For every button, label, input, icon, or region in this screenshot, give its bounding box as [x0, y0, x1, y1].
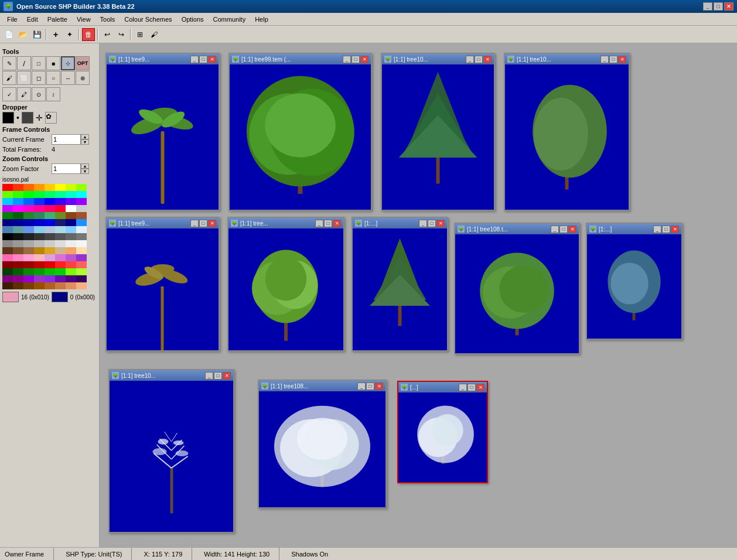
palette-cell-74[interactable]: [23, 247, 34, 254]
palette-cell-68[interactable]: [45, 240, 55, 247]
mdi-titlebar-w11[interactable]: 🌳[1:1] tree108..._□✕: [259, 381, 385, 391]
palette-cell-66[interactable]: [23, 240, 34, 247]
canvas-area[interactable]: 🌳[1:1] tree9..._□✕ 🌳[1:1] tree99.tem (..…: [100, 43, 737, 547]
select-tool[interactable]: ⊹: [61, 56, 75, 70]
dropper-dark-swatch[interactable]: [22, 112, 33, 124]
mdi-btn-min-w6[interactable]: _: [315, 220, 323, 227]
palette-cell-19[interactable]: [34, 198, 45, 205]
palette-cell-116[interactable]: [45, 282, 55, 289]
palette-cell-31[interactable]: [76, 205, 87, 212]
save-button[interactable]: 💾: [30, 28, 43, 41]
new-button[interactable]: 📄: [2, 28, 15, 41]
palette-cell-54[interactable]: [66, 226, 76, 233]
palette-cell-87[interactable]: [76, 254, 87, 261]
mdi-btn-max-w6[interactable]: □: [324, 220, 332, 227]
palette-cell-51[interactable]: [34, 226, 45, 233]
palette-cell-103[interactable]: [76, 268, 87, 275]
mdi-btn-min-w7[interactable]: _: [419, 220, 427, 227]
circle-tool[interactable]: ○: [46, 71, 60, 85]
palette-cell-55[interactable]: [76, 226, 87, 233]
palette-cell-22[interactable]: [66, 198, 76, 205]
mdi-btn-max-w10[interactable]: □: [214, 372, 222, 380]
mdi-btn-min-w9[interactable]: _: [653, 226, 661, 233]
palette-cell-73[interactable]: [13, 247, 23, 254]
paint-button[interactable]: 🖌: [148, 28, 161, 41]
undo-button[interactable]: ↩: [101, 28, 114, 41]
palette-cell-27[interactable]: [34, 205, 45, 212]
palette-cell-12[interactable]: [45, 191, 55, 198]
palette-cell-34[interactable]: [23, 212, 34, 219]
fill-tool[interactable]: ⬜: [17, 71, 31, 85]
mdi-titlebar-w4[interactable]: 🌳[1:1] tree10..._□✕: [505, 54, 629, 64]
palette-cell-86[interactable]: [66, 254, 76, 261]
palette-cell-15[interactable]: [76, 191, 87, 198]
palette-cell-113[interactable]: [13, 282, 23, 289]
palette-cell-77[interactable]: [55, 247, 66, 254]
palette-cell-81[interactable]: [13, 254, 23, 261]
mdi-titlebar-w3[interactable]: 🌳[1:1] tree10..._□✕: [382, 54, 494, 64]
tool-row2-3[interactable]: ⊙: [32, 87, 46, 101]
mdi-window-w1[interactable]: 🌳[1:1] tree9..._□✕: [105, 53, 220, 211]
palette-cell-96[interactable]: [2, 268, 13, 275]
palette-cell-84[interactable]: [45, 254, 55, 261]
mdi-titlebar-w12[interactable]: 🌳[...]_□✕: [398, 382, 487, 392]
palette-cell-60[interactable]: [45, 233, 55, 240]
mdi-titlebar-w6[interactable]: 🌳[1:1] tree..._□✕: [228, 218, 343, 228]
palette-cell-58[interactable]: [23, 233, 34, 240]
palette-cell-92[interactable]: [45, 261, 55, 268]
mdi-btn-close-w12[interactable]: ✕: [476, 384, 484, 391]
dropper-black-swatch[interactable]: [2, 112, 14, 124]
palette-cell-75[interactable]: [34, 247, 45, 254]
palette-cell-78[interactable]: [66, 247, 76, 254]
palette-cell-47[interactable]: [76, 219, 87, 226]
palette-cell-35[interactable]: [34, 212, 45, 219]
palette-cell-112[interactable]: [2, 282, 13, 289]
palette-cell-16[interactable]: [2, 198, 13, 205]
mdi-window-w10[interactable]: 🌳[1:1] tree10..._□✕: [108, 369, 234, 533]
mdi-btn-close-w3[interactable]: ✕: [483, 56, 492, 63]
minimize-button[interactable]: _: [703, 2, 712, 11]
palette-cell-24[interactable]: [2, 205, 13, 212]
palette-cell-59[interactable]: [34, 233, 45, 240]
palette-cell-67[interactable]: [34, 240, 45, 247]
mdi-btn-close-w7[interactable]: ✕: [436, 220, 445, 227]
palette-cell-40[interactable]: [2, 219, 13, 226]
tool-row2-4[interactable]: ↕: [46, 87, 60, 101]
palette-cell-30[interactable]: [66, 205, 76, 212]
mdi-window-w12[interactable]: 🌳[...]_□✕: [397, 381, 488, 483]
mdi-window-w8[interactable]: 🌳[1:1] tree108.t..._□✕: [454, 223, 580, 354]
palette-cell-99[interactable]: [34, 268, 45, 275]
mdi-titlebar-w10[interactable]: 🌳[1:1] tree10..._□✕: [110, 370, 233, 381]
current-frame-input[interactable]: 1: [52, 134, 81, 145]
palette-cell-23[interactable]: [76, 198, 87, 205]
menu-item-tools[interactable]: Tools: [95, 15, 120, 24]
mdi-btn-min-w11[interactable]: _: [357, 383, 366, 390]
mdi-titlebar-w9[interactable]: 🌳[1:...]_□✕: [587, 224, 681, 234]
zoom-factor-input[interactable]: 1: [52, 163, 81, 174]
palette-cell-95[interactable]: [76, 261, 87, 268]
mdi-titlebar-w7[interactable]: 🌳[1:...]_□✕: [353, 218, 447, 228]
extra-tool[interactable]: ⊕: [76, 71, 90, 85]
dropper-flower[interactable]: ✿: [45, 112, 57, 124]
palette-cell-46[interactable]: [66, 219, 76, 226]
palette-cell-70[interactable]: [66, 240, 76, 247]
mdi-titlebar-w1[interactable]: 🌳[1:1] tree9..._□✕: [107, 54, 219, 64]
palette-cell-88[interactable]: [2, 261, 13, 268]
mdi-btn-close-w9[interactable]: ✕: [671, 226, 679, 233]
current-frame-down[interactable]: ▼: [81, 139, 89, 145]
palette-cell-64[interactable]: [2, 240, 13, 247]
mdi-btn-max-w7[interactable]: □: [428, 220, 436, 227]
delete-button[interactable]: 🗑: [82, 28, 95, 41]
palette-cell-118[interactable]: [66, 282, 76, 289]
palette-cell-57[interactable]: [13, 233, 23, 240]
palette-cell-3[interactable]: [34, 184, 45, 191]
palette-cell-76[interactable]: [45, 247, 55, 254]
star-button[interactable]: ✦: [63, 28, 76, 41]
palette-cell-108[interactable]: [45, 275, 55, 282]
mdi-btn-max-w5[interactable]: □: [199, 220, 207, 227]
line-tool[interactable]: /: [17, 56, 31, 70]
tool-row2-2[interactable]: 🖍: [17, 87, 31, 101]
palette-cell-52[interactable]: [45, 226, 55, 233]
palette-selected-1[interactable]: [2, 292, 19, 302]
palette-cell-7[interactable]: [76, 184, 87, 191]
